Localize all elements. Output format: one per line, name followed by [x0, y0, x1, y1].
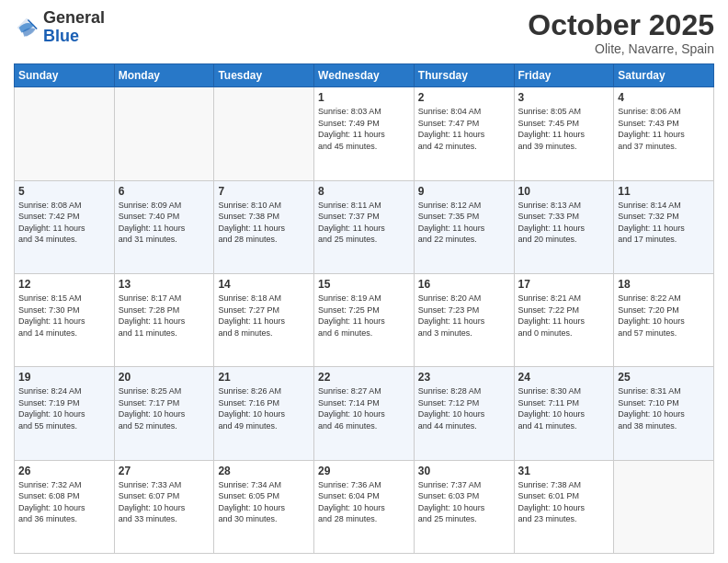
day-number: 2 — [418, 91, 510, 104]
day-info: Sunrise: 7:38 AM Sunset: 6:01 PM Dayligh… — [518, 479, 610, 525]
table-row: 16Sunrise: 8:20 AM Sunset: 7:23 PM Dayli… — [414, 273, 514, 366]
day-number: 20 — [119, 371, 210, 384]
day-number: 29 — [318, 465, 410, 477]
table-row: 12Sunrise: 8:15 AM Sunset: 7:30 PM Dayli… — [15, 273, 115, 366]
day-number: 11 — [618, 185, 710, 198]
day-number: 18 — [618, 278, 710, 291]
day-info: Sunrise: 8:22 AM Sunset: 7:20 PM Dayligh… — [618, 293, 710, 339]
logo: General Blue — [14, 9, 105, 46]
table-row — [214, 87, 314, 180]
day-number: 23 — [418, 371, 510, 384]
table-row: 2Sunrise: 8:04 AM Sunset: 7:47 PM Daylig… — [414, 87, 514, 180]
day-info: Sunrise: 7:37 AM Sunset: 6:03 PM Dayligh… — [418, 479, 510, 525]
day-info: Sunrise: 8:05 AM Sunset: 7:45 PM Dayligh… — [518, 106, 610, 152]
logo-blue: Blue — [43, 27, 79, 45]
day-info: Sunrise: 8:15 AM Sunset: 7:30 PM Dayligh… — [18, 293, 110, 339]
col-tuesday: Tuesday — [214, 64, 314, 87]
day-number: 17 — [518, 278, 610, 291]
day-number: 28 — [218, 465, 310, 477]
day-number: 5 — [18, 185, 110, 198]
day-number: 3 — [518, 91, 610, 104]
col-friday: Friday — [514, 64, 614, 87]
day-number: 27 — [119, 465, 210, 477]
table-row: 31Sunrise: 7:38 AM Sunset: 6:01 PM Dayli… — [514, 460, 614, 553]
table-row: 15Sunrise: 8:19 AM Sunset: 7:25 PM Dayli… — [314, 273, 415, 366]
day-number: 16 — [418, 278, 510, 291]
day-number: 26 — [18, 465, 110, 477]
table-row — [15, 87, 115, 180]
day-info: Sunrise: 8:10 AM Sunset: 7:38 PM Dayligh… — [218, 200, 310, 246]
col-monday: Monday — [114, 64, 214, 87]
day-info: Sunrise: 8:27 AM Sunset: 7:14 PM Dayligh… — [318, 385, 410, 431]
col-wednesday: Wednesday — [314, 64, 415, 87]
table-row: 4Sunrise: 8:06 AM Sunset: 7:43 PM Daylig… — [614, 87, 714, 180]
day-number: 7 — [218, 185, 310, 198]
day-info: Sunrise: 8:12 AM Sunset: 7:35 PM Dayligh… — [418, 200, 510, 246]
day-number: 14 — [218, 278, 310, 291]
day-info: Sunrise: 8:24 AM Sunset: 7:19 PM Dayligh… — [18, 385, 110, 431]
day-number: 22 — [318, 371, 410, 384]
day-info: Sunrise: 7:36 AM Sunset: 6:04 PM Dayligh… — [318, 479, 410, 525]
table-row: 24Sunrise: 8:30 AM Sunset: 7:11 PM Dayli… — [514, 367, 614, 460]
table-row: 20Sunrise: 8:25 AM Sunset: 7:17 PM Dayli… — [114, 367, 214, 460]
title-block: October 2025 Olite, Navarre, Spain — [528, 9, 714, 56]
col-sunday: Sunday — [15, 64, 115, 87]
table-row: 22Sunrise: 8:27 AM Sunset: 7:14 PM Dayli… — [314, 367, 415, 460]
table-row: 23Sunrise: 8:28 AM Sunset: 7:12 PM Dayli… — [414, 367, 514, 460]
day-info: Sunrise: 8:17 AM Sunset: 7:28 PM Dayligh… — [119, 293, 210, 339]
table-row: 7Sunrise: 8:10 AM Sunset: 7:38 PM Daylig… — [214, 180, 314, 273]
table-row: 11Sunrise: 8:14 AM Sunset: 7:32 PM Dayli… — [614, 180, 714, 273]
col-thursday: Thursday — [414, 64, 514, 87]
day-info: Sunrise: 8:18 AM Sunset: 7:27 PM Dayligh… — [218, 293, 310, 339]
logo-icon — [14, 15, 40, 40]
page: General Blue October 2025 Olite, Navarre… — [0, 0, 728, 563]
day-info: Sunrise: 8:13 AM Sunset: 7:33 PM Dayligh… — [518, 200, 610, 246]
day-info: Sunrise: 8:08 AM Sunset: 7:42 PM Dayligh… — [18, 200, 110, 246]
logo-general: General — [43, 8, 105, 27]
table-row: 27Sunrise: 7:33 AM Sunset: 6:07 PM Dayli… — [114, 460, 214, 553]
day-number: 10 — [518, 185, 610, 198]
table-row: 29Sunrise: 7:36 AM Sunset: 6:04 PM Dayli… — [314, 460, 415, 553]
day-info: Sunrise: 8:31 AM Sunset: 7:10 PM Dayligh… — [618, 385, 710, 431]
day-info: Sunrise: 8:21 AM Sunset: 7:22 PM Dayligh… — [518, 293, 610, 339]
calendar-header-row: Sunday Monday Tuesday Wednesday Thursday… — [15, 64, 714, 87]
day-number: 13 — [119, 278, 210, 291]
table-row: 8Sunrise: 8:11 AM Sunset: 7:37 PM Daylig… — [314, 180, 415, 273]
day-info: Sunrise: 7:33 AM Sunset: 6:07 PM Dayligh… — [119, 479, 210, 525]
table-row: 6Sunrise: 8:09 AM Sunset: 7:40 PM Daylig… — [114, 180, 214, 273]
day-number: 12 — [18, 278, 110, 291]
day-info: Sunrise: 8:30 AM Sunset: 7:11 PM Dayligh… — [518, 385, 610, 431]
location-subtitle: Olite, Navarre, Spain — [528, 41, 714, 56]
day-number: 30 — [418, 465, 510, 477]
table-row: 1Sunrise: 8:03 AM Sunset: 7:49 PM Daylig… — [314, 87, 415, 180]
table-row: 25Sunrise: 8:31 AM Sunset: 7:10 PM Dayli… — [614, 367, 714, 460]
logo-text: General Blue — [43, 9, 105, 46]
col-saturday: Saturday — [614, 64, 714, 87]
table-row: 21Sunrise: 8:26 AM Sunset: 7:16 PM Dayli… — [214, 367, 314, 460]
day-info: Sunrise: 8:19 AM Sunset: 7:25 PM Dayligh… — [318, 293, 410, 339]
table-row: 19Sunrise: 8:24 AM Sunset: 7:19 PM Dayli… — [15, 367, 115, 460]
table-row: 14Sunrise: 8:18 AM Sunset: 7:27 PM Dayli… — [214, 273, 314, 366]
day-number: 8 — [318, 185, 410, 198]
day-number: 24 — [518, 371, 610, 384]
table-row: 17Sunrise: 8:21 AM Sunset: 7:22 PM Dayli… — [514, 273, 614, 366]
calendar-table: Sunday Monday Tuesday Wednesday Thursday… — [14, 63, 714, 554]
day-number: 25 — [618, 371, 710, 384]
day-number: 31 — [518, 465, 610, 477]
header: General Blue October 2025 Olite, Navarre… — [14, 9, 714, 56]
day-info: Sunrise: 8:26 AM Sunset: 7:16 PM Dayligh… — [218, 385, 310, 431]
day-info: Sunrise: 7:32 AM Sunset: 6:08 PM Dayligh… — [18, 479, 110, 525]
table-row: 28Sunrise: 7:34 AM Sunset: 6:05 PM Dayli… — [214, 460, 314, 553]
table-row — [614, 460, 714, 553]
day-info: Sunrise: 8:25 AM Sunset: 7:17 PM Dayligh… — [119, 385, 210, 431]
day-info: Sunrise: 8:03 AM Sunset: 7:49 PM Dayligh… — [318, 106, 410, 152]
day-info: Sunrise: 8:11 AM Sunset: 7:37 PM Dayligh… — [318, 200, 410, 246]
table-row: 5Sunrise: 8:08 AM Sunset: 7:42 PM Daylig… — [15, 180, 115, 273]
table-row: 30Sunrise: 7:37 AM Sunset: 6:03 PM Dayli… — [414, 460, 514, 553]
day-info: Sunrise: 8:09 AM Sunset: 7:40 PM Dayligh… — [119, 200, 210, 246]
day-number: 9 — [418, 185, 510, 198]
month-title: October 2025 — [528, 9, 714, 41]
day-info: Sunrise: 7:34 AM Sunset: 6:05 PM Dayligh… — [218, 479, 310, 525]
day-number: 21 — [218, 371, 310, 384]
day-info: Sunrise: 8:06 AM Sunset: 7:43 PM Dayligh… — [618, 106, 710, 152]
